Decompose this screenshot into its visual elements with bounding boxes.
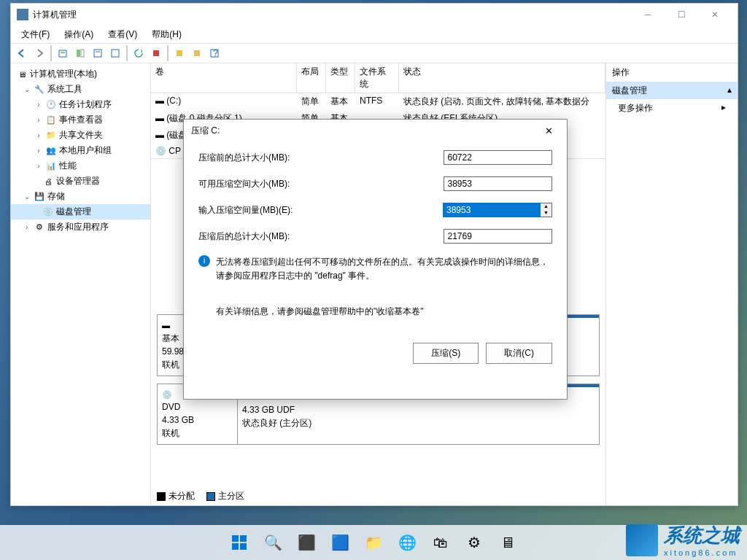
svg-rect-4 [94,50,101,57]
svg-rect-13 [240,535,247,542]
svg-text:?: ? [213,48,218,58]
app-icon [17,9,28,20]
info-text-1: 无法将卷压缩到超出任何不可移动的文件所在的点。有关完成该操作时间的详细信息，请参… [216,255,552,283]
widgets-icon[interactable]: 🟦 [325,528,355,557]
spin-down-icon[interactable]: ▼ [541,210,551,217]
shrink-dialog: 压缩 C: ✕ 压缩前的总计大小(MB): 60722 可用压缩空间大小(MB)… [183,119,568,400]
close-button[interactable]: ✕ [698,4,732,26]
legend-swatch-unalloc [157,492,166,501]
up-button[interactable] [55,45,71,61]
tree-root[interactable]: 🖥计算机管理(本地) [11,66,150,82]
input-shrink-amount[interactable]: 38953 [443,203,541,217]
device-icon: 🖨 [42,176,54,187]
watermark-logo-icon [626,524,658,556]
volume-header: 卷 布局 类型 文件系统 状态 [151,63,605,93]
folder-icon: 📁 [45,130,57,141]
tree-storage[interactable]: ⌄💾存储 [11,189,150,204]
refresh-button[interactable] [131,45,147,61]
label-shrink-amount: 输入压缩空间量(MB)(E): [198,204,443,217]
services-icon: ⚙ [34,222,45,233]
actions-header: 操作 [606,63,738,82]
disk-icon: 💿 [42,206,54,218]
dialog-title: 压缩 C: [191,125,538,137]
toolbar: ? [11,43,738,63]
menu-file[interactable]: 文件(F) [14,27,57,42]
scheduler-icon: 🕐 [45,99,57,111]
actions-more[interactable]: 更多操作▸ [606,99,738,117]
chevron-right-icon: ▸ [721,102,726,114]
start-button[interactable] [225,528,254,557]
menu-action[interactable]: 操作(A) [57,27,101,42]
show-hide-tree-button[interactable] [72,45,88,61]
dialog-titlebar[interactable]: 压缩 C: ✕ [184,120,567,141]
tree-services[interactable]: ›⚙服务和应用程序 [11,219,150,235]
legend: 未分配 主分区 [157,490,244,502]
tree-event[interactable]: ›📋事件查看器 [11,112,150,128]
col-type[interactable]: 类型 [326,63,355,93]
svg-rect-8 [177,50,182,56]
titlebar[interactable]: 计算机管理 ─ ☐ ✕ [11,4,738,26]
svg-rect-12 [232,535,239,542]
tools-icon: 🔧 [34,84,45,96]
shrink-button[interactable]: 压缩(S) [413,343,479,364]
svg-rect-2 [77,50,80,57]
tool-button-1[interactable] [148,45,164,61]
menu-help[interactable]: 帮助(H) [144,27,189,42]
info-text-2: 有关详细信息，请参阅磁盘管理帮助中的"收缩基本卷" [216,305,424,319]
svg-rect-3 [81,50,84,57]
tree-systools[interactable]: ⌄🔧系统工具 [11,82,150,97]
chevron-up-icon: ▴ [727,85,732,97]
label-total-before: 压缩前的总计大小(MB): [198,152,444,164]
store-icon[interactable]: 🛍 [426,528,455,557]
tool-button-2[interactable] [171,45,187,61]
value-total-before: 60722 [444,150,552,165]
col-layout[interactable]: 布局 [297,63,326,93]
users-icon: 👥 [45,145,57,157]
maximize-button[interactable]: ☐ [665,4,698,26]
spinner-buttons[interactable]: ▲▼ [541,203,552,217]
svg-rect-1 [61,52,65,53]
settings-icon[interactable]: ⚙ [460,528,489,557]
taskview-icon[interactable]: ⬛ [292,528,321,557]
actions-disk[interactable]: 磁盘管理▴ [606,82,738,99]
edge-icon[interactable]: 🌐 [392,528,422,557]
dialog-close-button[interactable]: ✕ [538,125,560,136]
svg-rect-7 [153,50,159,56]
col-status[interactable]: 状态 [399,63,605,93]
minimize-button[interactable]: ─ [631,4,665,26]
spin-up-icon[interactable]: ▲ [541,203,551,210]
export-button[interactable] [107,45,123,61]
tool-button-3[interactable] [189,45,205,61]
svg-rect-6 [112,50,119,57]
col-volume[interactable]: 卷 [151,63,297,93]
computer-icon: 🖥 [16,69,28,80]
info-icon: i [198,255,210,267]
help-button[interactable]: ? [206,45,222,61]
watermark: 系统之城 xitong86.com [626,523,740,557]
app-icon[interactable]: 🖥 [493,528,522,557]
explorer-icon[interactable]: 📁 [359,528,388,557]
tree-perf[interactable]: ›📊性能 [11,158,150,174]
back-button[interactable] [14,45,30,61]
actions-pane: 操作 磁盘管理▴ 更多操作▸ [606,63,738,505]
tree-task[interactable]: ›🕐任务计划程序 [11,97,150,112]
forward-button[interactable] [31,45,47,61]
tree-diskmgmt[interactable]: 💿磁盘管理 [11,204,150,219]
menubar: 文件(F) 操作(A) 查看(V) 帮助(H) [11,26,738,43]
tree-devmgr[interactable]: 🖨设备管理器 [11,174,150,189]
tree-share[interactable]: ›📁共享文件夹 [11,128,150,143]
svg-rect-14 [232,543,239,550]
col-fs[interactable]: 文件系统 [355,63,399,93]
cancel-button[interactable]: 取消(C) [486,343,552,364]
watermark-title: 系统之城 [664,523,740,548]
volume-row[interactable]: ▬ (C:)简单基本NTFS状态良好 (启动, 页面文件, 故障转储, 基本数据… [151,93,605,110]
nav-tree[interactable]: 🖥计算机管理(本地) ⌄🔧系统工具 ›🕐任务计划程序 ›📋事件查看器 ›📁共享文… [11,63,151,505]
svg-rect-9 [194,50,200,56]
perf-icon: 📊 [45,160,57,172]
menu-view[interactable]: 查看(V) [101,27,144,42]
legend-swatch-primary [206,492,215,501]
tree-users[interactable]: ›👥本地用户和组 [11,143,150,158]
properties-button[interactable] [90,45,106,61]
search-icon[interactable]: 🔍 [258,528,287,557]
svg-rect-0 [59,50,66,57]
